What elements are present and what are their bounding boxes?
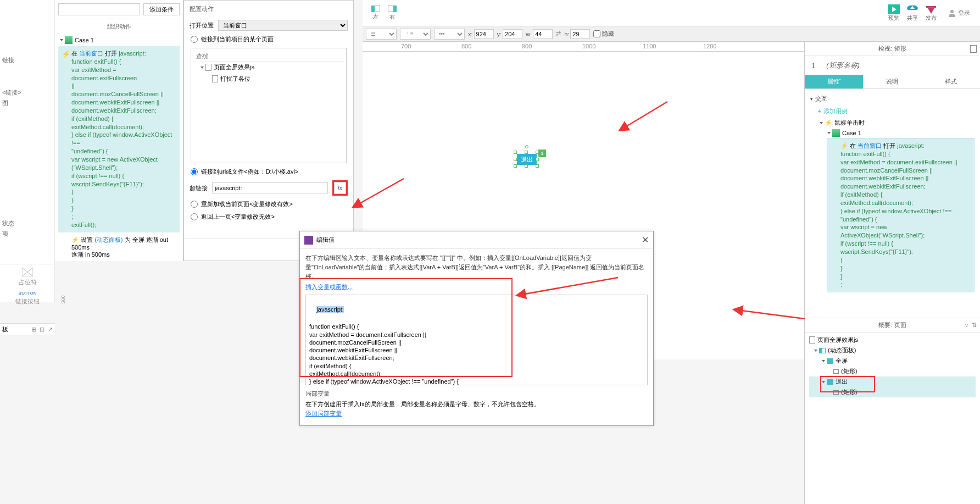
x-coord: x: [468, 29, 494, 39]
case-action-body[interactable]: ⚡ 在 当前窗口 打开 javascript: function exitFul… [58, 46, 180, 232]
case-action-body-right[interactable]: ⚡ 在 当前窗口 打开 javascript: function exitFul… [827, 138, 975, 292]
radio-reload[interactable]: 重新加载当前页面<变量修改有效> [184, 198, 353, 211]
shape-name-input[interactable]: (矩形名称) [820, 56, 866, 75]
h-coord: h: [564, 29, 590, 39]
page-icon [809, 336, 815, 344]
folder-icon [827, 358, 833, 364]
top-toolbar: 左 右 预览 共享 发布 登录 [363, 0, 980, 26]
case-icon [65, 36, 73, 44]
case-node[interactable]: Case 1 [810, 128, 975, 138]
open-in-select[interactable]: 当前窗口 [218, 20, 348, 31]
doc-icon[interactable] [970, 45, 977, 53]
config-title: 配置动作 [184, 1, 353, 18]
hyperlink-input[interactable] [212, 182, 328, 193]
edit-value-dialog: 编辑值 ✕ 在下方编辑区输入文本、变量名称或表达式要写在 "[[""]]" 中。… [299, 231, 654, 426]
exit-shape[interactable]: 退出 [517, 154, 537, 165]
dialog-icon [304, 236, 313, 245]
w-coord: w: [526, 29, 553, 39]
sort-icon[interactable]: ⇅ [972, 322, 977, 329]
style-select-2[interactable]: ⋮≡ [400, 29, 431, 40]
page-tree[interactable]: 页面全屏效果js 打扰了各位 [191, 48, 347, 163]
publish-button[interactable]: 发布 [925, 4, 937, 22]
add-local-var-link[interactable]: 添加局部变量 [305, 408, 648, 421]
configure-action-dialog: 配置动作 打开位置 当前窗口 链接到当前项目的某个页面 页面全屏效果js 打扰了… [183, 0, 354, 261]
inspector-title: 检视: 矩形 [805, 42, 980, 56]
insert-var-link[interactable]: 插入变量或函数... [300, 282, 653, 295]
svg-rect-3 [926, 6, 936, 8]
tab-properties[interactable]: 属性* [805, 75, 863, 88]
value-textarea[interactable]: javascript: function exitFull() {var exi… [305, 295, 648, 385]
y-input[interactable] [503, 29, 522, 39]
preview-button[interactable]: 预览 [888, 4, 900, 22]
lock-icon[interactable]: ⇄ [556, 30, 561, 37]
shape-icon [833, 390, 839, 395]
dynamic-panel-icon [819, 348, 826, 353]
case-header[interactable]: Case 1 [58, 34, 180, 46]
page-icon [205, 64, 211, 71]
fx-button[interactable]: fx [334, 182, 346, 194]
section-title: 组织动作 [55, 19, 183, 34]
tab-style[interactable]: 样式 [922, 75, 980, 88]
button-widget[interactable]: BUTTON 链接按钮 [15, 291, 40, 306]
login-button[interactable]: 登录 [944, 4, 975, 22]
radio-link-to-page[interactable]: 链接到当前项目的某个页面 [184, 33, 353, 46]
align-right-button[interactable]: 右 [385, 5, 400, 21]
add-page-icon[interactable]: ⊞ [31, 326, 36, 333]
event-onclick[interactable]: ⚡ 鼠标单击时 [810, 118, 975, 128]
outline-shape-1[interactable]: (矩形) [809, 366, 976, 376]
tree-search-input[interactable] [193, 51, 344, 62]
outline-shape-2[interactable]: (矩形) [809, 387, 976, 397]
outline-page-node[interactable]: 页面全屏效果js [809, 335, 976, 345]
format-toolbar: ☰ ⋮≡ ••• x: y: w: ⇄ h: 隐藏 [363, 26, 980, 42]
set-action[interactable]: ⚡ 设置 (动态面板) 为 全屏 逐渐 out 500ms 逐渐 in 500m… [58, 232, 180, 262]
open-in-label: 打开位置 [190, 21, 214, 30]
bolt-icon: ⚡ [825, 119, 832, 126]
share-button[interactable]: 共享 [906, 4, 918, 22]
dialog-description: 在下方编辑区输入文本、变量名称或表达式要写在 "[[""]]" 中。例如：插入变… [300, 249, 653, 282]
case-icon [832, 129, 840, 137]
add-case-link[interactable]: 添加用例 [810, 105, 975, 118]
bolt-icon: ⚡ [840, 142, 848, 149]
align-left-button[interactable]: 左 [368, 5, 383, 21]
expand-icon[interactable]: ↗ [48, 326, 53, 333]
radio-back[interactable]: 返回上一页<变量修改无效> [184, 211, 353, 223]
hyperlink-label: 超链接 [190, 184, 208, 192]
placeholder-widget[interactable]: 占位符 [19, 268, 37, 286]
vertical-ruler-tick: 500 [60, 295, 66, 303]
bolt-icon: ⚡ [62, 49, 70, 59]
organize-actions-dialog: 添加条件 组织动作 Case 1 ⚡ 在 当前窗口 打开 javascript:… [55, 0, 183, 261]
bolt-icon: ⚡ [71, 236, 79, 243]
svg-marker-4 [928, 8, 934, 14]
radio-link-to-url[interactable]: 链接到url或文件<例如：D:\小楼.avi> [184, 165, 353, 178]
h-input[interactable] [570, 29, 590, 39]
dialog-title: 编辑值 [316, 236, 335, 244]
hidden-checkbox[interactable]: 隐藏 [593, 30, 614, 38]
filter-icon[interactable]: ▿ [965, 322, 968, 329]
x-input[interactable] [474, 29, 494, 39]
interactions-section-header[interactable]: ▾交互 [810, 92, 975, 105]
close-icon[interactable]: ✕ [642, 235, 649, 245]
add-condition-button[interactable]: 添加条件 [143, 3, 180, 15]
style-select-1[interactable]: ☰ [366, 29, 397, 40]
local-var-desc: 在下方创建用于插入fx的局部变量，局部变量名称必须是字母、数字，不允许包含空格。 [305, 400, 648, 408]
tab-notes[interactable]: 说明 [863, 75, 921, 88]
shape-icon [833, 369, 839, 374]
y-coord: y: [497, 29, 523, 39]
outline-exit-state[interactable]: 退出 [809, 376, 976, 387]
add-folder-icon[interactable]: ⊡ [40, 326, 44, 333]
w-input[interactable] [533, 29, 553, 39]
outline-dynpanel-node[interactable]: (动态面板) [809, 345, 976, 356]
svg-point-5 [950, 10, 954, 13]
folder-icon [827, 379, 833, 385]
selection-count-badge: 1 [538, 149, 546, 157]
style-select-3[interactable]: ••• [434, 29, 465, 40]
outline-fullscreen-state[interactable]: 全屏 [809, 356, 976, 366]
horizontal-ruler: 600 700 800 900 1000 1100 1200 [363, 42, 849, 52]
page-icon [212, 75, 218, 82]
inspector-panel: 检视: 矩形 1 (矩形名称) 属性* 说明 样式 ▾交互 添加用例 ⚡ 鼠标单… [804, 42, 980, 504]
local-var-title: 局部变量 [305, 390, 648, 398]
outline-title: 概要: 页面 ▿ ⇅ [805, 318, 980, 333]
action-search-input[interactable] [58, 3, 140, 15]
left-sidebar-tree: 链接 <链接> 图 状态 项 [0, 0, 55, 302]
panel-strip: 板 ⊞ ⊡ ↗ [0, 323, 55, 335]
